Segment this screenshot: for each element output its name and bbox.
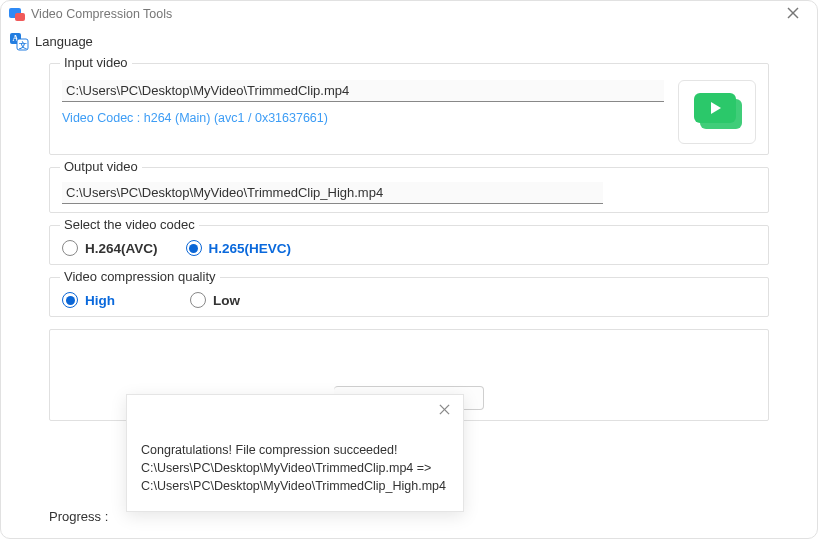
success-popup: Congratulations! File compression succee…: [126, 394, 464, 512]
quality-high-label: High: [85, 293, 115, 308]
quality-low-label: Low: [213, 293, 240, 308]
quality-high-radio[interactable]: High: [62, 292, 162, 308]
popup-line1: Congratulations! File compression succee…: [141, 441, 449, 459]
quality-legend: Video compression quality: [60, 269, 220, 284]
codec-h264-label: H.264(AVC): [85, 241, 158, 256]
radio-icon: [62, 292, 78, 308]
quality-group: Video compression quality High Low: [49, 277, 769, 317]
close-button[interactable]: [781, 5, 805, 22]
popup-close-button[interactable]: [434, 402, 455, 418]
input-video-group: Input video Video Codec : h264 (Main) (a…: [49, 63, 769, 155]
input-video-legend: Input video: [60, 55, 132, 70]
output-video-legend: Output video: [60, 159, 142, 174]
close-icon: [439, 404, 450, 415]
progress-label: Progress :: [49, 509, 108, 524]
codec-legend: Select the video codec: [60, 217, 199, 232]
window-title: Video Compression Tools: [31, 7, 172, 21]
svg-rect-1: [15, 13, 25, 21]
app-icon: [9, 6, 25, 22]
input-codec-info: Video Codec : h264 (Main) (avc1 / 0x3163…: [62, 111, 328, 125]
codec-h265-radio[interactable]: H.265(HEVC): [186, 240, 292, 256]
close-icon: [787, 7, 799, 19]
popup-message: Congratulations! File compression succee…: [141, 441, 449, 495]
output-video-group: Output video: [49, 167, 769, 213]
app-window: Video Compression Tools A 文 Language Inp…: [0, 0, 818, 539]
open-video-button[interactable]: [678, 80, 756, 144]
quality-low-radio[interactable]: Low: [190, 292, 240, 308]
language-menu[interactable]: A 文 Language: [1, 27, 817, 55]
radio-icon: [62, 240, 78, 256]
radio-icon: [186, 240, 202, 256]
popup-line3: C:\Users\PC\Desktop\MyVideo\TrimmedClip_…: [141, 477, 449, 495]
main-content: Input video Video Codec : h264 (Main) (a…: [1, 55, 817, 421]
input-video-path[interactable]: [62, 80, 664, 102]
radio-icon: [190, 292, 206, 308]
translate-icon: A 文: [9, 31, 29, 51]
titlebar: Video Compression Tools: [1, 1, 817, 27]
popup-line2: C:\Users\PC\Desktop\MyVideo\TrimmedClip.…: [141, 459, 449, 477]
video-stack-icon: [694, 93, 740, 129]
codec-h265-label: H.265(HEVC): [209, 241, 292, 256]
output-video-path[interactable]: [62, 182, 603, 204]
svg-text:文: 文: [18, 41, 27, 50]
language-label: Language: [35, 34, 93, 49]
codec-group: Select the video codec H.264(AVC) H.265(…: [49, 225, 769, 265]
codec-h264-radio[interactable]: H.264(AVC): [62, 240, 158, 256]
